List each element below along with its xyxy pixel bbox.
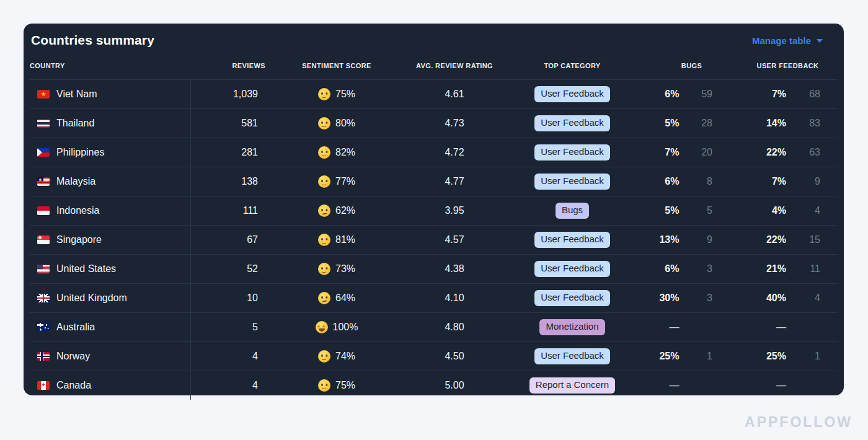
countries-summary-card: Countries summary Manage table COUNTRY R… (24, 24, 844, 395)
slightly-smiling-face-icon (318, 350, 330, 363)
country-cell: Malaysia (30, 167, 191, 196)
category-badge[interactable]: User Feedback (534, 348, 610, 364)
category-badge[interactable]: User Feedback (534, 144, 610, 161)
bugs-cell: — (644, 313, 740, 341)
feedback-cell: 21%11 (740, 255, 836, 283)
vn-flag-icon (37, 90, 50, 99)
category-badge[interactable]: User Feedback (534, 86, 610, 102)
table-row[interactable]: United States5273%4.38User Feedback6%321… (30, 255, 838, 284)
feedback-cell: 4%4 (740, 196, 836, 225)
bugs-percent: — (644, 380, 679, 391)
no-flag-icon (37, 352, 50, 361)
category-badge[interactable]: Monetization (539, 319, 604, 335)
table-row[interactable]: Malaysia13877%4.77User Feedback6%87%9 (30, 167, 838, 196)
rating-value: 4.10 (408, 284, 501, 312)
column-header-bugs[interactable]: BUGS (644, 62, 740, 69)
rating-value: 5.00 (408, 371, 501, 400)
category-cell: User Feedback (501, 167, 644, 196)
bugs-percent: 6% (644, 263, 679, 275)
column-header-user-feedback[interactable]: USER FEEDBACK (740, 62, 836, 69)
category-badge[interactable]: Report a Concern (529, 377, 615, 394)
country-name: Canada (56, 380, 91, 391)
rating-value: 4.50 (408, 342, 501, 371)
manage-table-button[interactable]: Manage table (752, 35, 823, 46)
rating-value: 4.61 (408, 80, 501, 108)
feedback-percent: 14% (749, 118, 786, 129)
country-name: Australia (56, 322, 95, 333)
category-badge[interactable]: User Feedback (534, 115, 610, 131)
feedback-cell: 25%1 (740, 342, 836, 371)
sentiment-value: 81% (335, 234, 355, 245)
category-badge[interactable]: User Feedback (534, 174, 610, 190)
bugs-cell: — (644, 371, 740, 400)
feedback-percent: 4% (749, 205, 786, 216)
bugs-count: 5 (679, 205, 712, 216)
table-row[interactable]: Viet Nam1,03975%4.61User Feedback6%597%6… (30, 80, 838, 109)
sentiment-cell: 80% (265, 109, 408, 138)
table-row[interactable]: Philippines28182%4.72User Feedback7%2022… (30, 138, 838, 167)
column-header-country[interactable]: COUNTRY (30, 62, 191, 69)
reviews-value: 111 (191, 196, 265, 225)
country-name: Thailand (56, 118, 94, 129)
slightly-smiling-face-icon (318, 379, 330, 392)
sentiment-value: 100% (333, 322, 358, 333)
sentiment-cell: 74% (265, 342, 408, 371)
sentiment-cell: 77% (265, 167, 408, 196)
bugs-count: 20 (679, 147, 712, 158)
column-header-top-category[interactable]: TOP CATEGORY (501, 62, 644, 69)
column-header-sentiment-score[interactable]: SENTIMENT SCORE (265, 62, 408, 69)
table-row[interactable]: United Kingdom1064%4.10User Feedback30%3… (30, 284, 838, 313)
table-row[interactable]: Singapore6781%4.57User Feedback13%922%15 (30, 226, 838, 255)
slightly-smiling-face-icon (318, 263, 330, 275)
sentiment-value: 75% (335, 380, 355, 391)
feedback-cell: — (740, 371, 836, 400)
table-row[interactable]: Australia5100%4.80Monetization—— (30, 313, 838, 342)
feedback-percent: 7% (749, 89, 786, 100)
feedback-cell: 22%63 (740, 138, 836, 167)
rating-value: 4.77 (408, 167, 501, 196)
category-badge[interactable]: User Feedback (534, 232, 610, 248)
country-cell: Viet Nam (30, 80, 191, 108)
category-cell: User Feedback (501, 80, 644, 108)
feedback-cell: — (740, 313, 836, 341)
category-cell: Monetization (501, 313, 644, 341)
table-row[interactable]: Norway474%4.50User Feedback25%125%1 (30, 342, 838, 371)
category-badge[interactable]: Bugs (556, 203, 589, 219)
bugs-count: 8 (679, 176, 712, 187)
feedback-count: 68 (786, 89, 820, 100)
rating-value: 4.80 (408, 313, 501, 341)
bugs-count: 3 (679, 263, 712, 275)
gb-flag-icon (37, 294, 50, 302)
category-badge[interactable]: User Feedback (534, 290, 610, 306)
category-cell: Report a Concern (501, 371, 644, 400)
bugs-percent: 5% (644, 118, 679, 129)
column-header-avg-review-rating[interactable]: AVG. REVIEW RATING (408, 62, 501, 69)
category-cell: User Feedback (501, 284, 644, 312)
bugs-count: 1 (679, 351, 712, 362)
bugs-cell: 13%9 (644, 226, 740, 254)
country-name: Viet Nam (56, 89, 97, 100)
sentiment-cell: 75% (265, 80, 408, 108)
sentiment-cell: 73% (265, 255, 408, 283)
sentiment-cell: 82% (265, 138, 408, 167)
table-row[interactable]: Indonesia11162%3.95Bugs5%54%4 (30, 196, 838, 226)
sentiment-value: 82% (335, 147, 355, 158)
feedback-count: 15 (786, 234, 820, 245)
page-title: Countries summary (31, 33, 154, 48)
us-flag-icon (37, 265, 50, 273)
feedback-count: 83 (786, 118, 820, 129)
slightly-smiling-face-icon (318, 146, 330, 159)
country-cell: United States (30, 255, 191, 283)
slightly-smiling-face-icon (318, 234, 330, 246)
bugs-percent: 5% (644, 205, 679, 216)
table-row[interactable]: Canada475%5.00Report a Concern—— (30, 371, 838, 400)
category-cell: User Feedback (501, 226, 644, 254)
appfollow-watermark: APPFOLLOW (745, 414, 852, 431)
category-badge[interactable]: User Feedback (534, 261, 610, 277)
column-header-reviews[interactable]: REVIEWS (191, 62, 265, 69)
table-row[interactable]: Thailand58180%4.73User Feedback5%2814%83 (30, 109, 838, 138)
reviews-value: 581 (191, 109, 265, 138)
reviews-value: 1,039 (191, 80, 265, 108)
reviews-value: 52 (191, 255, 265, 283)
id-flag-icon (37, 206, 50, 215)
